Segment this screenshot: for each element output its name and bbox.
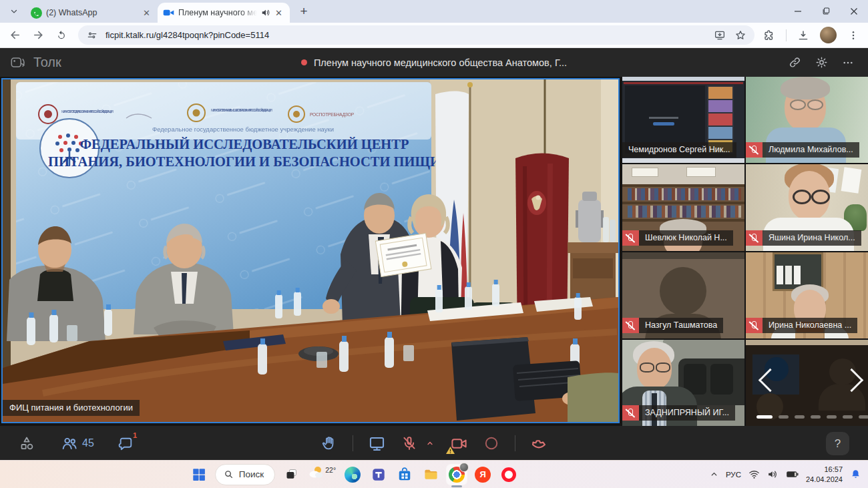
search-icon	[224, 469, 234, 479]
browser-toolbar: ficpit.ktalk.ru/gl4284tpoqnk?pinCode=511…	[0, 23, 868, 48]
participant-tile-avatar[interactable]: Назгул Ташматова	[622, 252, 744, 338]
tab-audio-icon[interactable]	[261, 8, 270, 17]
url-text[interactable]: ficpit.ktalk.ru/gl4284tpoqnk?pinCode=511…	[105, 30, 706, 40]
bookshelf	[628, 206, 741, 218]
browser-actions	[761, 27, 861, 43]
participants-pagination-tile[interactable]	[746, 340, 868, 426]
chrome-icon-active[interactable]	[447, 465, 467, 485]
tab-search-caret-icon[interactable]	[5, 3, 23, 20]
participant-tile[interactable]: Ирина Николаевна ...	[746, 252, 868, 338]
tray-overflow-chevron-icon[interactable]	[710, 470, 718, 479]
main-speaker-video[interactable]: МИНИСТЕРСТВО ЗДРАВООХРАНЕНИЯ РОССИЙСКОЙ …	[1, 78, 620, 423]
window-close-button[interactable]	[840, 0, 868, 22]
participant-name: Ирина Николаевна ...	[763, 318, 857, 333]
volume-icon[interactable]	[767, 469, 779, 479]
banner-subtitle: Федеральное государственное бюджетное уч…	[152, 126, 334, 133]
page-dot[interactable]	[843, 415, 853, 419]
tab-meeting-active[interactable]: Пленум научного медиц ✕	[158, 3, 290, 23]
reload-button[interactable]	[53, 27, 70, 44]
start-button[interactable]	[189, 465, 209, 485]
wifi-icon[interactable]	[748, 469, 760, 479]
mic-muted-icon	[746, 318, 763, 333]
microsoft-store-icon[interactable]	[395, 465, 415, 485]
bookshelf	[628, 188, 741, 200]
page-dot-active[interactable]	[756, 415, 773, 419]
clock[interactable]: 16:57 24.04.2024	[806, 465, 843, 484]
copy-link-icon[interactable]	[784, 52, 805, 73]
tray-time: 16:57	[806, 465, 843, 474]
task-view-button[interactable]	[281, 465, 301, 485]
microphone-muted-button[interactable]	[400, 434, 419, 453]
help-button[interactable]: ?	[826, 432, 849, 455]
shared-window-banner	[624, 82, 743, 84]
binders	[777, 266, 783, 284]
shared-window-taskbar	[622, 158, 744, 163]
mic-muted-icon	[622, 230, 639, 246]
pagination-dots[interactable]	[756, 415, 868, 419]
ministry2-text: МИНИСТЕРСТВО НАУКИ И ВЫСШЕГО ОБРАЗОВАНИЯ…	[211, 107, 272, 112]
yandex-browser-icon[interactable]: Я	[473, 465, 493, 485]
tray-date: 24.04.2024	[806, 475, 843, 484]
weather-temp: 22°	[325, 466, 336, 474]
tab-close-icon[interactable]: ✕	[141, 7, 152, 19]
camera-button[interactable]	[449, 434, 468, 453]
window-maximize-button[interactable]	[812, 0, 840, 22]
main-video-name-label: ФИЦ питания и биотехнологии	[3, 400, 140, 416]
chrome-profile-badge	[459, 463, 469, 472]
battery-icon[interactable]	[786, 470, 799, 479]
page-dot[interactable]	[859, 415, 868, 419]
browser-menu-icon[interactable]	[845, 27, 861, 43]
participant-tile[interactable]: Яшина Ирина Никол...	[746, 164, 868, 250]
tab-close-icon[interactable]: ✕	[273, 7, 284, 19]
language-indicator[interactable]: РУС	[726, 471, 741, 479]
site-info-icon[interactable]	[85, 28, 99, 43]
install-app-icon[interactable]	[712, 28, 727, 43]
participant-tile-screenshare[interactable]: Чемидронов Сергей Ник...	[622, 77, 744, 163]
header-actions	[784, 48, 859, 77]
meeting-title-group: Пленум научного медицинского общества Ан…	[0, 48, 868, 77]
address-bar[interactable]: ficpit.ktalk.ru/gl4284tpoqnk?pinCode=511…	[78, 25, 754, 45]
tab-whatsapp[interactable]: (2) WhatsApp ✕	[25, 3, 158, 23]
mic-muted-icon	[746, 230, 763, 246]
file-explorer-icon[interactable]	[421, 465, 441, 485]
participant-name: Назгул Ташматова	[639, 318, 723, 333]
page-dot[interactable]	[811, 415, 821, 419]
conference-toolbar: 45 1	[0, 426, 868, 461]
edge-browser-icon[interactable]	[343, 465, 363, 485]
notification-bell-icon[interactable]	[850, 469, 861, 480]
mic-options-chevron-icon[interactable]	[425, 434, 435, 453]
system-tray: РУС 16:57 24.04.2024	[710, 461, 861, 488]
bookmark-star-icon[interactable]	[733, 28, 748, 43]
participant-tile[interactable]: ЗАДНИПРЯНЫЙ ИГ...	[622, 340, 744, 426]
extensions-icon[interactable]	[761, 27, 777, 43]
settings-gear-icon[interactable]	[811, 52, 832, 73]
participant-tile[interactable]: Шевлюк Николай Н...	[622, 164, 744, 250]
window-minimize-button[interactable]	[784, 0, 812, 22]
opera-browser-icon[interactable]	[499, 465, 519, 485]
banner-title-line2: ПИТАНИЯ, БИОТЕХНОЛОГИИ И БЕЗОПАСНОСТИ ПИ…	[48, 154, 441, 170]
teams-icon[interactable]	[369, 465, 389, 485]
downloads-icon[interactable]	[795, 27, 811, 43]
taskbar-search[interactable]: Поиск	[215, 464, 275, 485]
raise-hand-button[interactable]	[320, 434, 339, 453]
leave-call-button[interactable]	[529, 434, 548, 453]
room-top	[622, 252, 744, 259]
tab-title: (2) WhatsApp	[46, 8, 137, 17]
more-options-icon[interactable]	[837, 52, 859, 73]
page-dot[interactable]	[795, 415, 805, 419]
profile-avatar[interactable]	[820, 27, 837, 43]
record-button[interactable]	[482, 434, 501, 453]
banner-title-line1: ФЕДЕРАЛЬНЫЙ ИССЛЕДОВАТЕЛЬСКИЙ ЦЕНТР	[79, 137, 409, 152]
back-button[interactable]	[6, 27, 23, 44]
forward-button[interactable]	[29, 27, 47, 44]
new-tab-button[interactable]: +	[295, 3, 312, 20]
weather-widget[interactable]: 22°	[307, 465, 337, 485]
meeting-stage: МИНИСТЕРСТВО ЗДРАВООХРАНЕНИЯ РОССИЙСКОЙ …	[0, 77, 868, 426]
meeting-title: Пленум научного медицинского общества Ан…	[314, 57, 567, 68]
screen-share-button[interactable]	[367, 434, 386, 453]
toolbar-divider	[353, 435, 353, 451]
participant-tile[interactable]: Людмила Михайлов...	[746, 77, 868, 163]
page-dot[interactable]	[779, 415, 789, 419]
page-dot[interactable]	[827, 415, 837, 419]
camera-warning-icon	[445, 446, 455, 455]
